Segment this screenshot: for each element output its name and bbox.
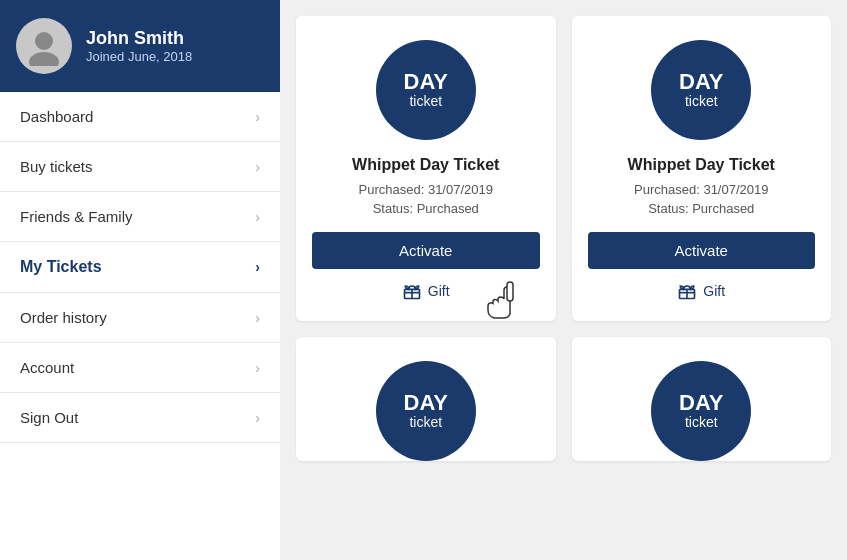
ticket-type-label: ticket [409,94,442,109]
cursor-pointer-icon [486,272,526,331]
sidebar-item-dashboard[interactable]: Dashboard › [0,92,280,142]
sidebar-item-buy-tickets[interactable]: Buy tickets › [0,142,280,192]
ticket-title-2: Whippet Day Ticket [628,156,775,174]
ticket-purchased-2: Purchased: 31/07/2019 [634,182,768,197]
svg-point-1 [29,52,59,66]
ticket-logo-1: DAY ticket [376,40,476,140]
ticket-logo-4: DAY ticket [651,361,751,461]
ticket-card-3: DAY ticket [296,337,556,461]
gift-link-2[interactable]: Gift [677,281,725,301]
ticket-type-label: ticket [685,94,718,109]
avatar [16,18,72,74]
chevron-right-icon: › [255,360,260,376]
main-content: DAY ticket Whippet Day Ticket Purchased:… [280,0,847,560]
sidebar-item-label: Account [20,359,74,376]
sidebar-item-my-tickets[interactable]: My Tickets › [0,242,280,293]
gift-link-1[interactable]: Gift [402,281,450,301]
chevron-right-icon: › [255,109,260,125]
ticket-day-label: DAY [404,391,448,415]
ticket-day-label: DAY [679,70,723,94]
sidebar-item-account[interactable]: Account › [0,343,280,393]
sidebar-nav: Dashboard › Buy tickets › Friends & Fami… [0,92,280,560]
sidebar-header: John Smith Joined June, 2018 [0,0,280,92]
ticket-type-label: ticket [685,415,718,430]
ticket-status-1: Status: Purchased [373,201,479,216]
ticket-purchased-1: Purchased: 31/07/2019 [359,182,493,197]
ticket-card-1: DAY ticket Whippet Day Ticket Purchased:… [296,16,556,321]
sidebar-item-label: Buy tickets [20,158,93,175]
gift-icon [402,281,422,301]
sidebar-item-label: Sign Out [20,409,78,426]
sidebar-item-label: Order history [20,309,107,326]
ticket-status-2: Status: Purchased [648,201,754,216]
ticket-day-label: DAY [679,391,723,415]
ticket-title-1: Whippet Day Ticket [352,156,499,174]
chevron-right-icon: › [255,209,260,225]
chevron-right-icon: › [255,159,260,175]
user-info: John Smith Joined June, 2018 [86,28,192,64]
sidebar-item-friends-family[interactable]: Friends & Family › [0,192,280,242]
user-joined: Joined June, 2018 [86,49,192,64]
tickets-grid: DAY ticket Whippet Day Ticket Purchased:… [296,16,831,461]
ticket-logo-2: DAY ticket [651,40,751,140]
sidebar-item-label: Dashboard [20,108,93,125]
ticket-card-2: DAY ticket Whippet Day Ticket Purchased:… [572,16,832,321]
sidebar: John Smith Joined June, 2018 Dashboard ›… [0,0,280,560]
chevron-right-icon: › [255,310,260,326]
ticket-card-4: DAY ticket [572,337,832,461]
sidebar-item-order-history[interactable]: Order history › [0,293,280,343]
gift-icon [677,281,697,301]
activate-button-2[interactable]: Activate [588,232,816,269]
activate-button-1[interactable]: Activate [312,232,540,269]
sidebar-item-label: My Tickets [20,258,102,276]
ticket-logo-3: DAY ticket [376,361,476,461]
ticket-type-label: ticket [409,415,442,430]
gift-label-1: Gift [428,283,450,299]
chevron-right-icon: › [255,410,260,426]
chevron-right-icon: › [255,259,260,275]
user-name: John Smith [86,28,192,49]
svg-point-0 [35,32,53,50]
sidebar-item-sign-out[interactable]: Sign Out › [0,393,280,443]
sidebar-item-label: Friends & Family [20,208,133,225]
gift-label-2: Gift [703,283,725,299]
svg-rect-3 [507,282,513,301]
ticket-day-label: DAY [404,70,448,94]
